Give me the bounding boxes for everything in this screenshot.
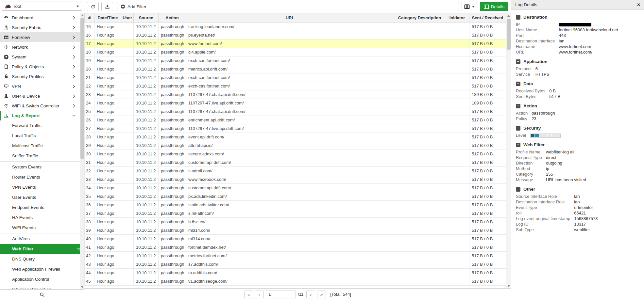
refresh-button[interactable] [87, 2, 99, 11]
table-row[interactable]: 19Hour ago10.10.11.2passthroughexch-cas.… [85, 56, 506, 65]
sidebar-subitem-local-traffic[interactable]: Local Traffic [0, 131, 84, 141]
sidebar-item-security-fabric[interactable]: Security Fabric [0, 23, 84, 32]
collapse-icon[interactable]: − [516, 143, 520, 147]
sidebar-subitem-router-events[interactable]: Router Events [0, 172, 84, 182]
table-row[interactable]: 41Hour ago10.10.11.2passthroughfortinet.… [85, 243, 506, 251]
table-row[interactable]: 40Hour ago10.10.11.2passthroughml314.com… [85, 234, 506, 243]
sidebar-item-fortiview[interactable]: FortiView [0, 32, 84, 42]
table-cell [445, 183, 469, 192]
column-settings-button[interactable] [462, 2, 477, 11]
column-header-category-description[interactable]: Category Description [394, 13, 445, 22]
column-header-num[interactable]: # [85, 13, 94, 22]
sidebar-subitem-antivirus[interactable]: AntiVirus [0, 234, 84, 244]
sidebar-subitem-endpoint-events[interactable]: Endpoint Events [0, 202, 84, 213]
table-row[interactable]: 28Hour ago10.10.11.2passthroughevent.api… [85, 133, 506, 141]
sidebar-subitem-application-control[interactable]: Application Control [0, 274, 84, 284]
sidebar-subitem-dns-query[interactable]: DNS Query [0, 254, 84, 264]
scroll-down-icon[interactable] [81, 286, 84, 288]
filter-bar[interactable]: Add Filter [116, 2, 459, 11]
page-number-input[interactable] [266, 291, 296, 298]
table-row[interactable]: 24Hour ago10.10.11.2passthrough1107297-4… [85, 99, 506, 107]
table-row[interactable]: 17Hour ago10.10.11.2passthroughwww.forti… [85, 39, 506, 48]
collapse-icon[interactable]: − [516, 126, 520, 131]
collapse-icon[interactable]: − [516, 104, 520, 108]
sidebar-subitem-web-application-firewall[interactable]: Web Application Firewall [0, 264, 84, 274]
scrollbar-thumb[interactable] [507, 19, 511, 50]
sidebar-item-vpn[interactable]: VPN [0, 81, 84, 91]
table-row[interactable]: 31Hour ago10.10.11.2passthroughcustomer.… [85, 158, 506, 166]
table-row[interactable]: 35Hour ago10.10.11.2passthroughpx.ads.li… [85, 192, 506, 200]
sidebar-subitem-sniffer-traffic[interactable]: Sniffer Traffic [0, 151, 84, 161]
table-row[interactable]: 16Hour ago10.10.11.2passthroughps.eyeota… [85, 31, 506, 39]
column-header-source[interactable]: Source [134, 13, 159, 22]
table-row[interactable]: 34Hour ago10.10.11.2passthroughcustomer.… [85, 183, 506, 192]
sidebar-item-user-device[interactable]: User & Device [0, 91, 84, 101]
sidebar-subitem-forward-traffic[interactable]: Forward Traffic [0, 120, 84, 131]
sidebar-subitem-multicast-traffic[interactable]: Multicast Traffic [0, 141, 84, 151]
sidebar-subitem-system-events[interactable]: System Events [0, 162, 84, 172]
table-row[interactable]: 20Hour ago10.10.11.2passthroughmetrics.a… [85, 65, 506, 73]
sidebar-item-policy-objects[interactable]: Policy & Objects [0, 62, 84, 71]
table-scrollbar[interactable] [506, 13, 511, 288]
table-row[interactable]: 25Hour ago10.10.11.2passthrough1107297-4… [85, 107, 506, 116]
sidebar-item-system[interactable]: System [0, 52, 84, 62]
scrollbar-thumb[interactable] [80, 18, 84, 159]
table-row[interactable]: 29Hour ago10.10.11.2passthroughattr.ml-a… [85, 141, 506, 150]
first-page-button[interactable]: « [244, 291, 253, 298]
add-filter-button[interactable]: Add Filter [117, 3, 150, 10]
column-header-date-time[interactable]: Date/Time [94, 13, 121, 22]
table-row[interactable]: 36Hour ago10.10.11.2passthroughstatic.ad… [85, 200, 506, 209]
table-row[interactable]: 22Hour ago10.10.11.2passthroughexch-cas.… [85, 82, 506, 90]
table-row[interactable]: 30Hour ago10.10.11.2passthroughsecure.ad… [85, 150, 506, 158]
sidebar-item-network[interactable]: Network [0, 42, 84, 52]
sidebar-scrollbar[interactable] [80, 13, 84, 289]
column-header-user[interactable]: User [121, 13, 134, 22]
vdom-selector[interactable]: root [2, 2, 82, 11]
column-header-initiator[interactable]: Initiator [445, 13, 469, 22]
column-header-action[interactable]: Action [159, 13, 186, 22]
last-page-button[interactable]: » [317, 291, 326, 298]
table-row[interactable]: 27Hour ago10.10.11.2passthrough1107297-4… [85, 124, 506, 133]
scroll-up-icon[interactable] [507, 15, 510, 17]
sidebar-item-log-report[interactable]: Log & Report [0, 111, 84, 120]
table-row[interactable]: 15Hour ago10.10.11.2passthroughtracking.… [85, 22, 506, 31]
table-row[interactable]: 26Hour ago10.10.11.2passthroughenrichmen… [85, 116, 506, 124]
download-button[interactable] [101, 2, 113, 11]
sidebar-item-dashboard[interactable]: Dashboard [0, 13, 84, 23]
sidebar-subitem-web-filter[interactable]: Web Filter☆ [0, 244, 84, 254]
collapse-icon[interactable]: − [516, 15, 520, 20]
sidebar-subitem-intrusion-prevention[interactable]: Intrusion Prevention [0, 284, 84, 289]
table-row[interactable]: 45Hour ago10.10.11.2passthroughv1.addthi… [85, 277, 506, 285]
scroll-up-icon[interactable] [81, 14, 84, 16]
table-cell: 15 [85, 22, 94, 31]
collapse-icon[interactable]: − [516, 187, 520, 192]
table-row[interactable]: 21Hour ago10.10.11.2passthroughexch-cas.… [85, 73, 506, 82]
sidebar-subitem-ha-events[interactable]: HA Events [0, 213, 84, 223]
sidebar-item-security-profiles[interactable]: Security Profiles [0, 71, 84, 81]
scroll-down-icon[interactable] [507, 285, 510, 287]
sidebar-item-wifi-switch-controller[interactable]: WiFi & Switch Controller [0, 101, 84, 111]
table-row[interactable]: 43Hour ago10.10.11.2passthroughs7.addthi… [85, 260, 506, 268]
table-row[interactable]: 33Hour ago10.10.11.2passthroughwww.faceb… [85, 175, 506, 183]
table-row[interactable]: 44Hour ago10.10.11.2passthroughm.addthis… [85, 268, 506, 277]
table-row[interactable]: 18Hour ago10.10.11.2passthroughcl4.apple… [85, 48, 506, 56]
details-button[interactable]: Details [480, 2, 508, 11]
table-row[interactable]: 23Hour ago10.10.11.2passthrough1107297-4… [85, 90, 506, 99]
column-header-url[interactable]: URL [186, 13, 394, 22]
prev-page-button[interactable]: ‹ [255, 291, 264, 298]
next-page-button[interactable]: › [306, 291, 315, 298]
collapse-icon[interactable]: − [516, 82, 520, 86]
close-icon[interactable]: × [637, 2, 640, 8]
table-row[interactable]: 38Hour ago10.10.11.2passthroughb.6sc.co/… [85, 217, 506, 226]
collapse-icon[interactable]: − [516, 59, 520, 64]
sidebar-search[interactable] [0, 289, 84, 300]
sidebar-subitem-vpn-events[interactable]: VPN Events [0, 182, 84, 192]
column-header-sent-received[interactable]: Sent / Received [469, 13, 506, 22]
sidebar-subitem-user-events[interactable]: User Events [0, 192, 84, 202]
table-row[interactable]: 39Hour ago10.10.11.2passthroughml314.com… [85, 226, 506, 234]
sidebar-subitem-wifi-events[interactable]: WiFi Events [0, 223, 84, 233]
field-value [559, 22, 618, 27]
table-row[interactable]: 37Hour ago10.10.11.2passthroughs.ml-attr… [85, 209, 506, 217]
table-row[interactable]: 32Hour ago10.10.11.2passthroughs.adroll.… [85, 166, 506, 175]
table-row[interactable]: 42Hour ago10.10.11.2passthroughmetrics.f… [85, 251, 506, 260]
